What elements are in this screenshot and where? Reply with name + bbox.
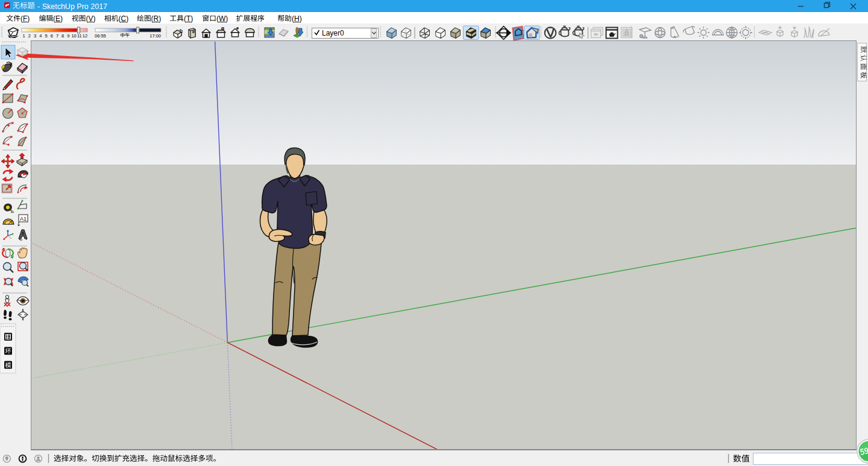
svg-text:5: 5 xyxy=(45,33,47,39)
svg-text:3: 3 xyxy=(34,33,36,39)
svg-text:06:55: 06:55 xyxy=(95,33,106,39)
svg-text:4: 4 xyxy=(39,33,42,39)
svg-text:17:00: 17:00 xyxy=(149,33,161,39)
svg-text:A1: A1 xyxy=(20,216,27,222)
svg-text:11: 11 xyxy=(77,33,82,39)
svg-text:10: 10 xyxy=(71,33,76,39)
svg-text:12: 12 xyxy=(83,33,87,39)
svg-text:1: 1 xyxy=(23,33,25,39)
svg-text:8: 8 xyxy=(61,33,64,39)
svg-text:6: 6 xyxy=(51,33,53,39)
svg-text:2: 2 xyxy=(28,33,31,39)
svg-text:9: 9 xyxy=(67,33,69,39)
svg-text:7: 7 xyxy=(56,33,58,39)
